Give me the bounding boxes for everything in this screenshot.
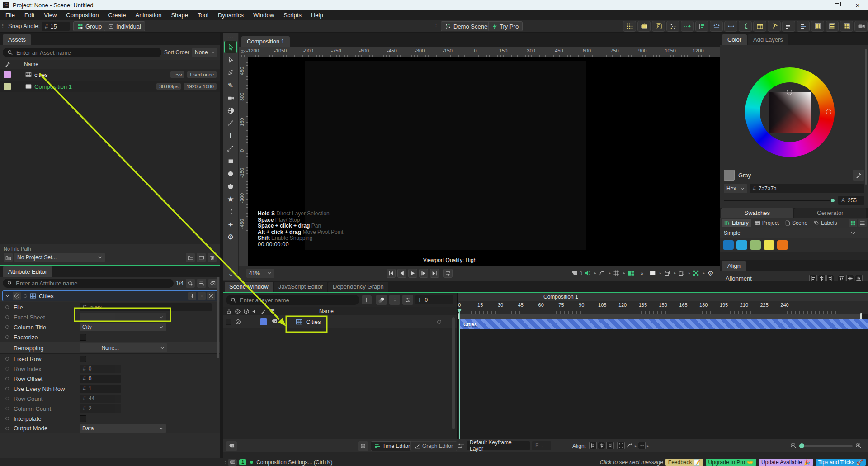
trash-button[interactable]: [208, 253, 217, 262]
menu-item[interactable]: Shape: [171, 12, 188, 19]
footer-tag-button[interactable]: [226, 441, 237, 451]
layer-row-cities[interactable]: Cities: [223, 315, 457, 328]
text-tool[interactable]: T: [224, 129, 237, 142]
add-layer-button[interactable]: [362, 295, 372, 304]
table-columns-icon[interactable]: [753, 21, 766, 32]
messages-button[interactable]: [228, 459, 237, 466]
select-tool[interactable]: [224, 41, 237, 53]
sparkle-tool[interactable]: ✦: [224, 218, 237, 231]
attr-row-row-count[interactable]: Row Count #44: [0, 394, 220, 404]
fixed-row-checkbox[interactable]: [80, 356, 86, 362]
grid-layout-icon[interactable]: [840, 21, 853, 32]
color-chip[interactable]: [777, 240, 788, 250]
arc-tool[interactable]: [224, 205, 237, 218]
sort-order-select[interactable]: None: [192, 48, 217, 57]
previous-frame-button[interactable]: [397, 269, 406, 278]
dashed-arrow-icon[interactable]: [681, 21, 694, 32]
frame-snap-icon[interactable]: [652, 21, 665, 32]
eyedropper-button[interactable]: [853, 170, 864, 181]
work-area-bar[interactable]: [458, 314, 862, 319]
next-frame-button[interactable]: [419, 269, 428, 278]
go-to-start-button[interactable]: [387, 269, 396, 278]
alpha-slider-handle[interactable]: [830, 198, 835, 203]
attr-row-column-count[interactable]: Column Count #2: [0, 404, 220, 414]
add-attribute-button[interactable]: [197, 279, 206, 288]
polygon-tool[interactable]: [224, 180, 237, 193]
graph-editor-button[interactable]: Graph Editor: [410, 441, 457, 451]
arc-arrow-icon[interactable]: [739, 21, 752, 32]
tab-align[interactable]: Align: [722, 261, 746, 271]
columns-layout-icon[interactable]: [811, 21, 824, 32]
saturation-value-box[interactable]: [769, 92, 811, 133]
attr-row-nth-row[interactable]: Use Every Nth Row #1: [0, 384, 220, 394]
filter-library[interactable]: Library: [722, 219, 751, 227]
attr-row-remapping[interactable]: Remapping None...: [0, 342, 220, 354]
timeline-ruler[interactable]: 0153045607590105120135150165180195210225…: [458, 301, 868, 314]
layer-name[interactable]: Cities: [306, 319, 321, 325]
message-count-badge[interactable]: 1: [239, 459, 246, 465]
solo-radio[interactable]: [24, 294, 27, 298]
frame-filter-input[interactable]: F 0: [415, 295, 453, 304]
layer-search-input[interactable]: Enter a layer name: [226, 295, 359, 305]
menu-item[interactable]: Edit: [24, 12, 34, 19]
attr-row-output-mode[interactable]: Output Mode Data: [0, 423, 220, 433]
playhead-line[interactable]: [459, 310, 460, 439]
ease-curve-button[interactable]: [626, 442, 633, 449]
timeline-zoom-slider[interactable]: [799, 445, 853, 447]
chevron-down-icon[interactable]: [851, 231, 855, 235]
asset-name[interactable]: Composition 1: [34, 83, 72, 90]
alpha-slider[interactable]: [724, 200, 835, 201]
next-message-link[interactable]: Click to see next message: [600, 459, 663, 466]
filter-scene[interactable]: Scene: [783, 219, 810, 227]
orb-tool[interactable]: [224, 104, 237, 117]
pencil-tool[interactable]: ✎: [224, 79, 237, 91]
rows-layout-icon[interactable]: [826, 21, 839, 32]
color-wheel-area[interactable]: [720, 45, 868, 167]
align-mid-lines-icon[interactable]: [797, 21, 810, 32]
text-tool-icon[interactable]: [768, 21, 781, 32]
tab-javascript-editor[interactable]: JavaScript Editor: [274, 282, 327, 292]
factorize-checkbox[interactable]: [80, 334, 86, 341]
status-action-button[interactable]: Upgrade to Pro 👐: [706, 459, 756, 466]
minimize-button[interactable]: [806, 0, 826, 10]
layer-color-swatch[interactable]: [260, 318, 267, 325]
viewport-canvas[interactable]: Hold S Direct Layer Selection Space Play…: [248, 57, 720, 266]
attr-row-row-offset[interactable]: Row Offset #0: [0, 374, 220, 384]
align-stack-icon[interactable]: [695, 21, 708, 32]
line-tool[interactable]: [224, 117, 237, 129]
layout-panels-button[interactable]: [627, 269, 636, 278]
status-action-button[interactable]: Tips and Tricks 🚀: [816, 459, 866, 466]
tab-swatches[interactable]: Swatches: [721, 208, 793, 218]
viewport-settings-gear-icon[interactable]: ⚙: [706, 269, 715, 278]
open-folder-button[interactable]: [186, 253, 195, 262]
grid-toggle-button[interactable]: [612, 269, 621, 278]
new-comp-button[interactable]: [197, 253, 206, 262]
hex-input[interactable]: # 7a7a7a: [750, 184, 864, 193]
sv-handle[interactable]: [787, 90, 792, 95]
collapse-chevron-icon[interactable]: [5, 294, 10, 298]
grid-view-button[interactable]: [849, 219, 857, 227]
stacked-views-button[interactable]: [663, 269, 672, 278]
zoom-level-select[interactable]: 41%: [246, 269, 274, 278]
layer-tag-icon[interactable]: [271, 319, 278, 324]
interpolate-checkbox[interactable]: [80, 415, 86, 422]
close-button[interactable]: ×: [847, 0, 868, 10]
excel-sheet-select[interactable]: [80, 313, 166, 321]
color-chip[interactable]: [750, 240, 761, 250]
menu-item[interactable]: File: [5, 12, 15, 19]
tab-generator[interactable]: Generator: [794, 208, 867, 218]
pen-tool[interactable]: [224, 66, 237, 79]
menu-item[interactable]: View: [44, 12, 57, 19]
list-view-button[interactable]: [858, 219, 867, 227]
attribute-search-input[interactable]: Enter an Attribute name: [3, 279, 174, 288]
snap-angle-input[interactable]: # 15: [42, 22, 70, 31]
align-middle-v-button[interactable]: [846, 275, 854, 282]
menu-item[interactable]: Composition: [66, 12, 99, 19]
menu-item[interactable]: Create: [108, 12, 126, 19]
asset-name[interactable]: cities: [34, 71, 48, 78]
scatter-snap-icon[interactable]: [666, 21, 679, 32]
star-tool[interactable]: ★: [224, 193, 237, 205]
cities-timeline-bar[interactable]: Cities: [460, 319, 868, 329]
play-button[interactable]: [408, 269, 417, 278]
asset-color-swatch[interactable]: [4, 71, 11, 78]
